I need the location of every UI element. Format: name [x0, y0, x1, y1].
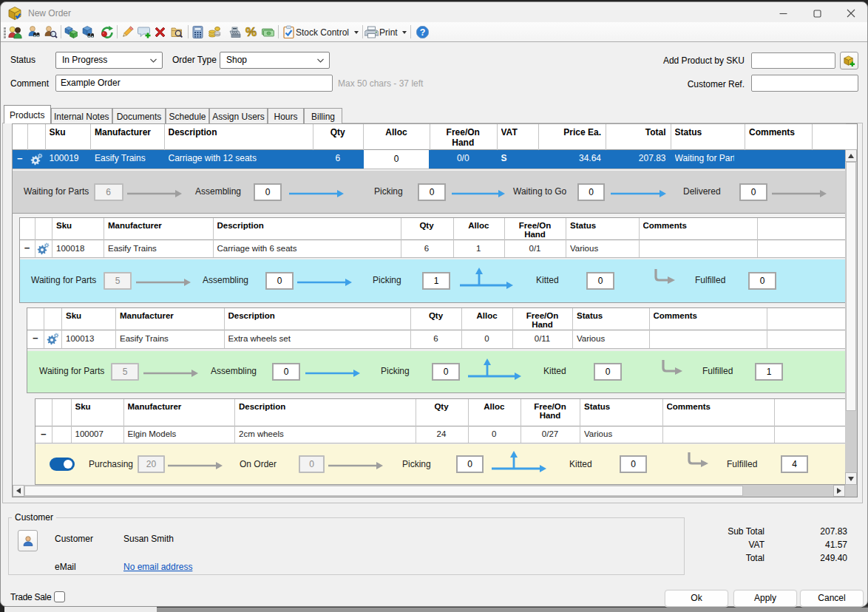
scroll-right-button[interactable] — [833, 485, 845, 497]
column-header-status[interactable]: Status — [570, 221, 634, 238]
cell-sku[interactable]: 100007 — [75, 426, 119, 443]
workflow-count-input[interactable]: 1 — [422, 272, 450, 290]
column-header-qty[interactable]: Qty — [317, 127, 359, 148]
workflow-count-input[interactable]: 0 — [620, 455, 647, 473]
cell-alloc[interactable]: 1 — [458, 240, 501, 257]
cell-sku[interactable]: 100013 — [66, 330, 111, 348]
scroll-left-button[interactable] — [13, 485, 24, 497]
close-button[interactable] — [834, 3, 868, 24]
cell-alloc[interactable]: 0 — [472, 426, 517, 443]
cell-sku[interactable]: 100018 — [56, 240, 99, 257]
vertical-scrollbar-thumb[interactable] — [846, 162, 856, 411]
cell-status[interactable]: Various — [570, 240, 634, 257]
workflow-count-input[interactable]: 0 — [594, 363, 622, 381]
tab-hours[interactable]: Hours — [268, 108, 304, 123]
workflow-count-input[interactable]: 0 — [418, 183, 446, 201]
add-product-button[interactable] — [840, 52, 858, 69]
workflow-count-input[interactable]: 0 — [748, 272, 776, 290]
column-header-manu[interactable]: Manufacturer — [128, 402, 231, 424]
cell-vat[interactable]: S — [501, 150, 534, 169]
delete-icon[interactable] — [153, 25, 167, 39]
column-header-sku[interactable]: Sku — [66, 311, 111, 328]
customer-binoculars-icon[interactable] — [27, 25, 41, 39]
column-header-manu[interactable]: Manufacturer — [108, 221, 208, 238]
customer-ref-input[interactable] — [751, 75, 858, 92]
money-coins-icon[interactable] — [208, 25, 222, 39]
tab-schedule[interactable]: Schedule — [166, 108, 209, 123]
cell-foh[interactable]: 0/0 — [434, 150, 492, 169]
add-product-sku-input[interactable] — [751, 52, 835, 69]
workflow-count-input[interactable]: 0 — [739, 183, 767, 201]
apply-button[interactable]: Apply — [733, 590, 797, 607]
cell-manu[interactable]: Easify Trains — [120, 330, 220, 348]
scroll-up-button[interactable] — [845, 149, 857, 162]
tab-billing[interactable]: Billing — [304, 108, 342, 123]
column-header-status[interactable]: Status — [577, 311, 645, 328]
percent-icon[interactable]: % — [244, 25, 258, 39]
row-expander[interactable]: − — [13, 150, 27, 169]
tab-internal-notes[interactable]: Internal Notes — [51, 108, 113, 123]
column-header-sku[interactable]: Sku — [56, 221, 99, 238]
column-header-alloc[interactable]: Alloc — [472, 402, 517, 424]
column-header-alloc[interactable]: Alloc — [466, 311, 508, 328]
cell-qty[interactable]: 6 — [415, 330, 457, 348]
gear-icon[interactable] — [37, 242, 50, 258]
column-header-status[interactable]: Status — [675, 127, 741, 148]
cell-status[interactable]: Waiting for Parts — [675, 150, 735, 169]
column-header-qty[interactable]: Qty — [405, 221, 449, 238]
products-icon[interactable] — [64, 25, 78, 39]
row-expander[interactable]: − — [27, 330, 44, 348]
column-header-price[interactable]: Price Ea. — [543, 127, 602, 148]
column-header-sku[interactable]: Sku — [50, 127, 87, 148]
cell-foh[interactable]: 0/27 — [525, 426, 575, 443]
cell-desc[interactable]: 2cm wheels — [239, 426, 411, 443]
workflow-count-input[interactable]: 0 — [577, 183, 605, 201]
trade-sale-checkbox[interactable] — [54, 591, 65, 602]
customers-icon[interactable] — [8, 25, 22, 39]
column-header-status[interactable]: Status — [584, 402, 658, 424]
column-header-comments[interactable]: Comments — [667, 402, 770, 424]
workflow-count-input[interactable]: 4 — [781, 455, 808, 473]
email-link[interactable]: No email address — [123, 562, 192, 572]
cell-qty[interactable]: 24 — [420, 426, 464, 443]
customer-select-button[interactable] — [18, 530, 38, 551]
gear-icon[interactable] — [47, 333, 59, 348]
order-type-combobox[interactable]: Shop — [220, 52, 330, 69]
customer-search-icon[interactable] — [44, 25, 58, 39]
cell-alloc[interactable]: 0 — [466, 330, 508, 348]
stock-control-button[interactable]: Stock Control — [296, 27, 349, 38]
cell-desc[interactable]: Extra wheels set — [228, 330, 407, 348]
workflow-count-input[interactable]: 0 — [456, 455, 484, 473]
print-button[interactable]: Print — [379, 27, 398, 38]
comment-add-icon[interactable] — [138, 25, 152, 39]
cell-qty[interactable]: 6 — [405, 240, 449, 257]
cell-manu[interactable]: Easify Trains — [108, 240, 208, 257]
tab-assign-users[interactable]: Assign Users — [209, 108, 268, 123]
ok-button[interactable]: Ok — [665, 590, 728, 607]
row-expander[interactable]: − — [20, 240, 35, 257]
column-header-total[interactable]: Total — [610, 127, 666, 148]
order-find-icon[interactable] — [170, 25, 184, 39]
column-header-manu[interactable]: Manufacturer — [120, 311, 220, 328]
cell-status[interactable]: Various — [584, 426, 658, 443]
print-icon[interactable] — [365, 25, 379, 39]
product-find-icon[interactable] — [81, 25, 95, 39]
status-combobox[interactable]: In Progress — [55, 52, 163, 69]
column-header-desc[interactable]: Description — [217, 221, 396, 238]
money-bills-icon[interactable] — [261, 25, 275, 39]
column-header-desc[interactable]: Description — [169, 127, 308, 148]
column-header-foh[interactable]: Free/OnHand — [509, 221, 561, 238]
cell-sku[interactable]: 100019 — [50, 150, 87, 169]
workflow-count-input[interactable]: 0 — [254, 183, 282, 201]
cell-manu[interactable]: Easify Trains — [95, 150, 160, 169]
row-expander[interactable]: − — [35, 426, 52, 443]
column-header-comments[interactable]: Comments — [749, 127, 807, 148]
workflow-count-input[interactable]: 0 — [272, 363, 300, 381]
horizontal-scrollbar-thumb[interactable] — [24, 486, 743, 496]
column-header-desc[interactable]: Description — [239, 402, 411, 424]
comment-input[interactable]: Example Order — [55, 75, 333, 92]
column-header-qty[interactable]: Qty — [420, 402, 464, 424]
cell-comments[interactable] — [749, 150, 807, 169]
cell-status[interactable]: Various — [577, 330, 645, 348]
column-header-manu[interactable]: Manufacturer — [95, 127, 160, 148]
